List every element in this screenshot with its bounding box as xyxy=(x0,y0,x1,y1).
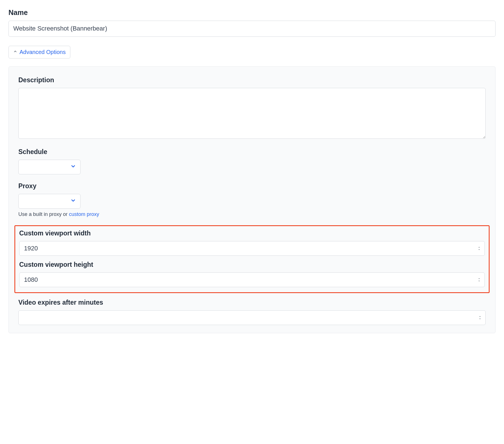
video-expires-field[interactable] xyxy=(18,310,486,325)
viewport-width-field[interactable] xyxy=(19,241,485,256)
description-label: Description xyxy=(18,76,486,84)
proxy-help-prefix: Use a built in proxy or xyxy=(18,211,69,217)
proxy-select[interactable] xyxy=(18,194,81,209)
viewport-height-label: Custom viewport height xyxy=(19,261,485,268)
name-label: Name xyxy=(8,8,496,17)
viewport-width-label: Custom viewport width xyxy=(19,229,485,237)
viewport-height-field[interactable] xyxy=(19,272,485,287)
name-field[interactable] xyxy=(8,21,496,37)
viewport-highlight: Custom viewport width Custom viewport he… xyxy=(14,225,490,293)
advanced-options-label: Advanced Options xyxy=(19,49,66,55)
schedule-select[interactable] xyxy=(18,160,81,174)
chevron-up-icon xyxy=(13,49,17,55)
video-expires-label: Video expires after minutes xyxy=(18,299,486,306)
advanced-options-toggle[interactable]: Advanced Options xyxy=(8,46,70,59)
custom-proxy-link[interactable]: custom proxy xyxy=(69,211,99,217)
advanced-panel: Description Schedule Proxy Use a built i… xyxy=(8,66,496,333)
description-field[interactable] xyxy=(18,88,486,139)
schedule-label: Schedule xyxy=(18,148,486,156)
proxy-help-text: Use a built in proxy or custom proxy xyxy=(18,211,486,217)
proxy-label: Proxy xyxy=(18,182,486,190)
